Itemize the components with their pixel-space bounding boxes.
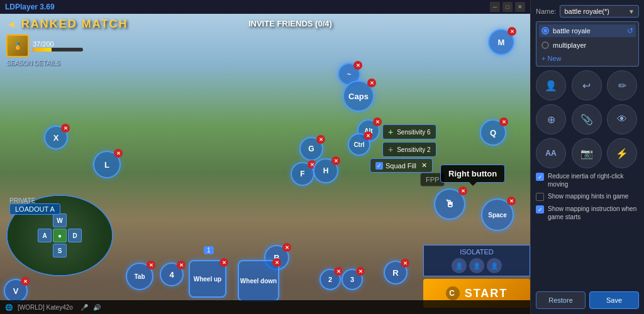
show-instruction-checkbox[interactable]: ✓ — [536, 205, 544, 214]
minimap-key-s[interactable]: S — [53, 244, 67, 257]
eye-icon-btn[interactable]: 👁 — [607, 104, 637, 134]
squad-fill-area[interactable]: ✓ Squad Fill ✕ — [370, 158, 433, 173]
remove-squad-fill-icon[interactable]: ✕ — [421, 161, 427, 170]
remove-r-icon[interactable]: ✕ — [401, 259, 409, 268]
right-panel: Name: battle royale(*) ▼ battle royale ↺… — [530, 0, 644, 314]
show-instruction-label: Show mapping instruction when game start… — [548, 205, 639, 221]
sensitivity-2-control: + Sensitivity 2 — [382, 142, 436, 157]
reduce-inertia-checkbox[interactable]: ✓ — [536, 173, 544, 181]
key-M[interactable]: M ✕ — [488, 29, 514, 55]
remove-g-icon[interactable]: ✕ — [316, 135, 325, 144]
profile-select[interactable]: battle royale(*) ▼ — [560, 5, 639, 18]
loadout-label[interactable]: LOADOUT A — [9, 203, 60, 215]
rotate-icon-btn[interactable]: ↩ — [572, 70, 602, 100]
key-caps[interactable]: Caps ✕ — [343, 80, 374, 112]
remove-tab-icon[interactable]: ✕ — [147, 261, 155, 269]
season-details: SEASON DETAILS — [6, 60, 60, 67]
remove-4-icon[interactable]: ✕ — [177, 261, 186, 269]
key-F[interactable]: F ✕ — [291, 162, 314, 186]
checkbox-row-1[interactable]: ✓ Reduce inertia of right-click moving — [536, 172, 639, 188]
exp-fill — [33, 48, 52, 51]
key-2[interactable]: 2 ✕ — [319, 269, 341, 290]
minimap-empty-2 — [68, 214, 82, 227]
maximize-button[interactable]: □ — [502, 2, 513, 12]
remove-tilde-icon[interactable]: ✕ — [353, 61, 362, 70]
key-H[interactable]: H ✕ — [313, 158, 338, 183]
volume-icon[interactable]: 🔊 — [93, 304, 101, 311]
screenshot-icon-btn[interactable]: 📷 — [572, 138, 602, 168]
show-hints-checkbox[interactable] — [536, 193, 544, 201]
checkbox-row-2[interactable]: Show mapping hints in game — [536, 192, 639, 201]
isolated-player-3: 👤 — [487, 258, 502, 273]
right-mouse-button[interactable]: 🖱 ✕ — [434, 188, 465, 220]
key-4[interactable]: 4 ✕ — [160, 263, 184, 286]
key-wheel-up[interactable]: Wheel up ✕ — [189, 260, 226, 298]
profile-option-multiplayer[interactable]: multiplayer — [539, 40, 636, 51]
key-G[interactable]: G ✕ — [299, 137, 323, 161]
remove-wheelup-icon[interactable]: ✕ — [219, 258, 228, 267]
sens2-plus-icon[interactable]: + — [388, 144, 393, 154]
name-row: Name: battle royale(*) ▼ — [536, 5, 639, 18]
remove-l-icon[interactable]: ✕ — [114, 149, 123, 158]
minimize-button[interactable]: ─ — [490, 2, 500, 12]
player-level-info: 37/200 — [33, 40, 83, 51]
remove-h-icon[interactable]: ✕ — [331, 156, 340, 165]
selected-profile: battle royale(*) — [564, 8, 609, 15]
sens-plus-icon[interactable]: + — [388, 127, 393, 137]
minimap-key-a[interactable]: A — [38, 229, 52, 242]
remove-wheeldown-icon[interactable]: ✕ — [272, 258, 281, 267]
profile-icon-btn[interactable]: 👤 — [536, 70, 566, 100]
refresh-icon[interactable]: ↺ — [627, 26, 633, 35]
app-name: LDPlayer 3.69 — [5, 3, 55, 11]
new-profile-button[interactable]: + New — [539, 53, 636, 63]
remove-rmb-icon[interactable]: ✕ — [458, 187, 467, 195]
minimap-key-d[interactable]: D — [68, 229, 82, 242]
key-X[interactable]: X ✕ — [44, 126, 68, 149]
world-icon: 🌐 — [5, 304, 13, 311]
lightning-icon-btn[interactable]: ⚡ — [607, 138, 637, 168]
key-Q[interactable]: Q ✕ — [480, 119, 506, 146]
squad-fill-checkbox[interactable]: ✓ — [375, 162, 383, 170]
remove-caps-icon[interactable]: ✕ — [367, 78, 376, 87]
start-label: START — [465, 287, 508, 300]
save-button[interactable]: Save — [589, 291, 639, 309]
remove-b-icon[interactable]: ✕ — [282, 243, 291, 252]
minimap-empty-3 — [38, 244, 52, 257]
key-ctrl[interactable]: Ctrl ✕ — [348, 133, 370, 156]
game-viewport: LDPlayer 3.69 ─ □ ✕ ◄ RANKED MATCH 🏅 37/… — [0, 0, 530, 314]
key-V[interactable]: V ✕ — [4, 279, 28, 303]
radio-multiplayer — [541, 41, 549, 49]
key-tab[interactable]: Tab ✕ — [126, 263, 153, 290]
mic-icon[interactable]: 🎤 — [80, 304, 88, 311]
remove-3-icon[interactable]: ✕ — [356, 267, 365, 276]
edit-icon-btn[interactable]: ✏ — [607, 70, 637, 100]
key-R[interactable]: R ✕ — [384, 261, 408, 284]
remove-alt-icon[interactable]: ✕ — [373, 117, 382, 126]
link-icon-btn[interactable]: 📎 — [572, 104, 602, 134]
key-3[interactable]: 3 ✕ — [341, 269, 363, 290]
checkbox-row-3[interactable]: ✓ Show mapping instruction when game sta… — [536, 205, 639, 221]
isolated-player-2: 👤 — [469, 258, 484, 273]
back-arrow-icon[interactable]: ◄ — [6, 19, 16, 30]
isolated-banner: ISOLATED 👤 👤 👤 — [423, 245, 530, 276]
sensitivity-6-label: Sensitivity 6 — [397, 129, 430, 136]
key-L[interactable]: L ✕ — [93, 151, 121, 178]
invite-friends: INVITE FRIENDS (0/4) — [248, 19, 332, 28]
remove-2-icon[interactable]: ✕ — [334, 267, 343, 276]
profile-option-battle-royale[interactable]: battle royale ↺ — [539, 24, 636, 37]
remove-x-icon[interactable]: ✕ — [61, 124, 70, 133]
remove-space-icon[interactable]: ✕ — [507, 197, 516, 205]
remove-q-icon[interactable]: ✕ — [499, 117, 508, 126]
key-space[interactable]: Space ✕ — [481, 198, 514, 231]
remove-v-icon[interactable]: ✕ — [21, 277, 30, 286]
crosshair-icon-btn[interactable]: ⊕ — [536, 104, 566, 134]
close-button[interactable]: ✕ — [515, 2, 525, 12]
remove-m-icon[interactable]: ✕ — [508, 27, 516, 36]
text-icon-btn[interactable]: AA — [536, 138, 566, 168]
key-wheel-down[interactable]: Wheel down ✕ — [238, 260, 279, 301]
minimap-key-w[interactable]: W — [53, 214, 67, 227]
remove-ctrl-icon[interactable]: ✕ — [364, 131, 372, 140]
badge-1: 1 — [204, 246, 214, 254]
c-badge: C — [446, 286, 460, 300]
restore-button[interactable]: Restore — [536, 291, 586, 309]
